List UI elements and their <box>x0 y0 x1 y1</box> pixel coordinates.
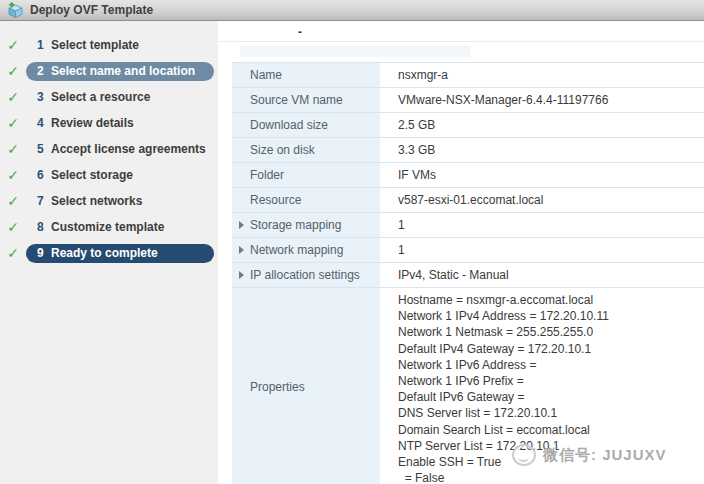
wizard-step-accept-license-agreements[interactable]: ✓ 5Accept license agreements <box>0 136 218 162</box>
dialog-title: Deploy OVF Template <box>30 3 153 17</box>
property-line: Network 1 IPv6 Prefix = <box>398 373 704 389</box>
expand-arrow-icon[interactable] <box>239 271 244 279</box>
property-line: Network 1 Netmask = 255.255.255.0 <box>398 324 704 340</box>
row-value: IPv4, Static - Manual <box>380 263 704 287</box>
row-label: IP allocation settings <box>232 263 380 287</box>
row-label: Name <box>232 63 380 87</box>
table-row-storage-mapping: Storage mapping 1 <box>232 213 704 238</box>
table-row-folder: Folder IF VMs <box>232 163 704 188</box>
check-icon: ✓ <box>0 167 26 183</box>
property-line: Default IPv6 Gateway = <box>398 389 704 405</box>
dialog-titlebar: Deploy OVF Template <box>0 0 704 21</box>
property-line: Network 1 IPv6 Address = <box>398 357 704 373</box>
check-icon: ✓ <box>0 193 26 209</box>
row-label: Properties <box>232 288 380 484</box>
row-label: Folder <box>232 163 380 187</box>
row-value: 1 <box>380 238 704 262</box>
summary-panel: - Name nsxmgr-a Source VM name VMware-NS… <box>218 21 704 484</box>
check-icon: ✓ <box>0 141 26 157</box>
row-label: Storage mapping <box>232 213 380 237</box>
content-divider <box>218 41 704 42</box>
wizard-step-ready-to-complete[interactable]: ✓ 9Ready to complete <box>0 240 218 266</box>
property-line: Domain Search List = eccomat.local <box>398 422 704 438</box>
deploy-ovf-template-dialog: Deploy OVF Template ✓ 1Select template ✓… <box>0 0 704 484</box>
table-row-download-size: Download size 2.5 GB <box>232 113 704 138</box>
property-line: Network 1 IPv4 Address = 172.20.10.11 <box>398 308 704 324</box>
check-icon: ✓ <box>0 245 26 261</box>
wizard-step-select-a-resource[interactable]: ✓ 3Select a resource <box>0 84 218 110</box>
ovf-cube-icon <box>7 2 24 19</box>
collapsed-header-dash: - <box>298 25 302 39</box>
row-label: Download size <box>232 113 380 137</box>
watermark: 微信号: JUJUXV <box>512 444 667 466</box>
row-label: Size on disk <box>232 138 380 162</box>
scrolled-row-remnant <box>240 46 470 57</box>
wizard-step-select-template[interactable]: ✓ 1Select template <box>0 32 218 58</box>
row-label: Resource <box>232 188 380 212</box>
row-value: nsxmgr-a <box>380 63 704 87</box>
row-value: 1 <box>380 213 704 237</box>
table-row-name: Name nsxmgr-a <box>232 63 704 88</box>
wizard-step-select-storage[interactable]: ✓ 6Select storage <box>0 162 218 188</box>
expand-arrow-icon[interactable] <box>239 221 244 229</box>
row-value: v587-esxi-01.eccomat.local <box>380 188 704 212</box>
row-value: 3.3 GB <box>380 138 704 162</box>
wizard-step-select-networks[interactable]: ✓ 7Select networks <box>0 188 218 214</box>
wizard-step-review-details[interactable]: ✓ 4Review details <box>0 110 218 136</box>
table-row-resource: Resource v587-esxi-01.eccomat.local <box>232 188 704 213</box>
check-icon: ✓ <box>0 115 26 131</box>
check-icon: ✓ <box>0 89 26 105</box>
property-line: = False <box>398 470 704 484</box>
row-label: Source VM name <box>232 88 380 112</box>
row-value: VMware-NSX-Manager-6.4.4-11197766 <box>380 88 704 112</box>
row-value: IF VMs <box>380 163 704 187</box>
wechat-logo-icon <box>512 444 536 466</box>
property-line: Hostname = nsxmgr-a.eccomat.local <box>398 292 704 308</box>
property-line: DNS Server list = 172.20.10.1 <box>398 405 704 421</box>
table-row-source-vm-name: Source VM name VMware-NSX-Manager-6.4.4-… <box>232 88 704 113</box>
wizard-step-select-name-and-location[interactable]: ✓ 2Select name and location <box>0 58 218 84</box>
check-icon: ✓ <box>0 63 26 79</box>
table-row-network-mapping: Network mapping 1 <box>232 238 704 263</box>
table-row-size-on-disk: Size on disk 3.3 GB <box>232 138 704 163</box>
row-value: 2.5 GB <box>380 113 704 137</box>
table-row-ip-allocation-settings: IP allocation settings IPv4, Static - Ma… <box>232 263 704 288</box>
expand-arrow-icon[interactable] <box>239 246 244 254</box>
deployment-summary-table: Name nsxmgr-a Source VM name VMware-NSX-… <box>232 62 704 484</box>
property-line: Default IPv4 Gateway = 172.20.10.1 <box>398 341 704 357</box>
watermark-text: 微信号: JUJUXV <box>543 446 667 465</box>
wizard-step-customize-template[interactable]: ✓ 8Customize template <box>0 214 218 240</box>
check-icon: ✓ <box>0 37 26 53</box>
check-icon: ✓ <box>0 219 26 235</box>
row-label: Network mapping <box>232 238 380 262</box>
wizard-steps-sidebar: ✓ 1Select template ✓ 2Select name and lo… <box>0 21 218 484</box>
